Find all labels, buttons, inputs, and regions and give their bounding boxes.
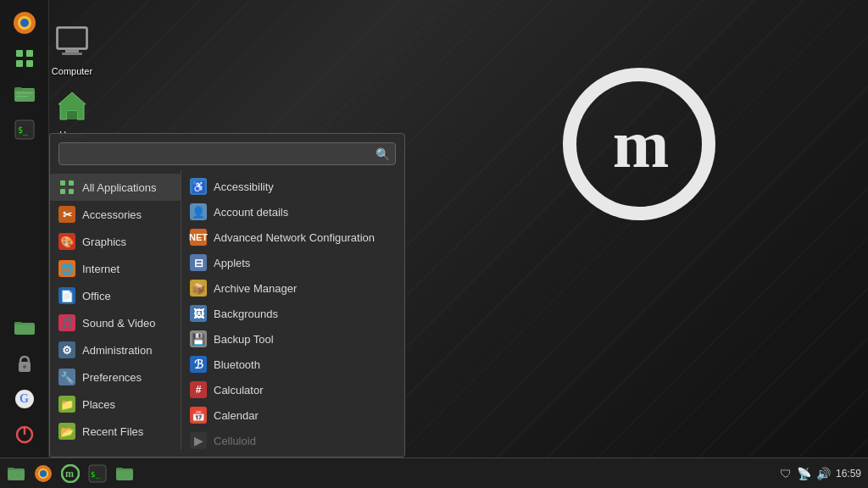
category-places-icon: 📁 — [58, 396, 75, 413]
category-admin-icon: ⚙ — [58, 341, 75, 358]
category-recent-label: Recent Files — [82, 425, 143, 438]
app-network[interactable]: NET Advanced Network Configuration — [181, 225, 404, 250]
menu-categories: All Applications ✂ Accessories 🎨 Graphic… — [50, 170, 181, 450]
taskbar: m $_ 🛡 📡 🔊 16:59 — [0, 458, 868, 488]
menu-apps-list: ♿ Accessibility 👤 Account details NET Ad… — [181, 170, 404, 450]
category-sound[interactable]: 🎵 Sound & Video — [50, 309, 181, 336]
menu-body: All Applications ✂ Accessories 🎨 Graphic… — [50, 170, 404, 450]
taskbar-files[interactable] — [3, 462, 29, 485]
shield-icon: 🛡 — [780, 467, 792, 480]
category-all-icon — [58, 179, 75, 196]
category-places[interactable]: 📁 Places — [50, 391, 181, 418]
app-calendar-label: Calendar — [214, 409, 259, 422]
svg-rect-10 — [16, 60, 23, 67]
app-accessibility-icon: ♿ — [190, 178, 207, 195]
taskbar-mintmenu[interactable]: m — [58, 462, 83, 485]
category-recent[interactable]: 📂 Recent Files — [50, 418, 181, 445]
sidebar-icon-lock[interactable] — [8, 347, 41, 380]
home-icon — [52, 86, 92, 126]
app-bluetooth[interactable]: ℬ Bluetooth — [181, 352, 404, 377]
svg-rect-3 — [62, 53, 82, 55]
taskbar-firefox[interactable] — [31, 462, 56, 485]
category-all-label: All Applications — [82, 181, 156, 194]
search-icon: 🔍 — [376, 147, 390, 161]
app-archive[interactable]: 📦 Archive Manager — [181, 275, 404, 301]
app-backgrounds[interactable]: 🖼 Backgrounds — [181, 301, 404, 326]
taskbar-folder[interactable] — [112, 462, 137, 485]
category-internet-label: Internet — [82, 263, 120, 275]
category-all[interactable]: All Applications — [50, 174, 181, 201]
category-internet[interactable]: 🌐 Internet — [50, 255, 181, 282]
svg-rect-28 — [8, 469, 25, 480]
taskbar-sys-icons: 🛡 📡 🔊 — [780, 467, 831, 480]
svg-rect-27 — [69, 189, 74, 194]
svg-rect-26 — [60, 189, 65, 194]
mint-logo: m — [563, 68, 715, 220]
app-calculator-label: Calculator — [214, 384, 264, 396]
app-account[interactable]: 👤 Account details — [181, 199, 404, 225]
svg-rect-14 — [16, 96, 28, 97]
svg-rect-24 — [60, 180, 65, 186]
category-sound-icon: 🎵 — [58, 314, 75, 331]
sidebar-icon-files[interactable] — [8, 78, 41, 110]
app-accessibility-label: Accessibility — [214, 180, 274, 193]
app-celluloid-icon: ▶ — [190, 432, 207, 449]
sidebar-icon-terminal[interactable]: $_ — [8, 114, 41, 146]
svg-rect-17 — [14, 323, 35, 335]
app-bluetooth-icon: ℬ — [190, 356, 207, 373]
app-applets-label: Applets — [214, 257, 250, 269]
taskbar-right: 🛡 📡 🔊 16:59 — [773, 467, 868, 480]
app-backgrounds-label: Backgrounds — [214, 308, 278, 320]
svg-rect-25 — [69, 180, 74, 186]
app-calendar[interactable]: 📅 Calendar — [181, 402, 404, 428]
app-backup-label: Backup Tool — [214, 333, 274, 346]
app-archive-icon: 📦 — [190, 280, 207, 297]
app-menu: 🔍 All Applications — [49, 133, 405, 458]
svg-text:m: m — [65, 468, 74, 480]
app-applets[interactable]: ⊟ Applets — [181, 250, 404, 275]
svg-rect-13 — [16, 92, 33, 94]
app-backup[interactable]: 💾 Backup Tool — [181, 326, 404, 352]
svg-rect-1 — [58, 29, 86, 47]
category-office-label: Office — [82, 290, 111, 302]
desktop: m Computer Home — [0, 0, 868, 488]
category-graphics-label: Graphics — [82, 236, 126, 248]
sidebar-icon-apps[interactable] — [8, 42, 41, 75]
search-wrapper[interactable]: 🔍 — [58, 142, 396, 165]
app-network-label: Advanced Network Configuration — [214, 231, 375, 244]
sidebar-icon-google[interactable]: G — [8, 383, 41, 415]
sidebar-icon-firefox[interactable] — [8, 7, 41, 39]
network-icon: 📡 — [797, 467, 811, 480]
menu-search-area: 🔍 — [50, 134, 404, 170]
category-places-label: Places — [82, 398, 115, 411]
category-graphics[interactable]: 🎨 Graphics — [50, 228, 181, 255]
category-office[interactable]: 📄 Office — [50, 282, 181, 309]
svg-point-19 — [23, 365, 26, 369]
sidebar-icon-power[interactable] — [8, 419, 41, 451]
svg-rect-11 — [26, 60, 33, 67]
category-internet-icon: 🌐 — [58, 260, 75, 277]
app-accessibility[interactable]: ♿ Accessibility — [181, 174, 404, 199]
app-calendar-icon: 📅 — [190, 407, 207, 424]
svg-text:$_: $_ — [91, 470, 100, 479]
taskbar-terminal[interactable]: $_ — [85, 462, 110, 485]
svg-rect-2 — [65, 49, 79, 53]
category-recent-icon: 📂 — [58, 423, 75, 440]
app-celluloid-label: Celluloid — [214, 435, 256, 447]
svg-rect-4 — [67, 111, 77, 119]
svg-point-7 — [20, 19, 29, 27]
search-input[interactable] — [64, 146, 376, 162]
category-accessories[interactable]: ✂ Accessories — [50, 201, 181, 228]
category-accessories-icon: ✂ — [58, 206, 75, 223]
category-prefs-icon: 🔧 — [58, 369, 75, 385]
app-calculator[interactable]: # Calculator — [181, 377, 404, 402]
sidebar-icon-folder[interactable] — [8, 312, 41, 344]
app-calculator-icon: # — [190, 381, 207, 398]
app-celluloid: ▶ Celluloid — [181, 428, 404, 450]
app-backup-icon: 💾 — [190, 330, 207, 347]
category-prefs[interactable]: 🔧 Preferences — [50, 363, 181, 391]
app-account-icon: 👤 — [190, 203, 207, 220]
svg-text:G: G — [19, 392, 29, 405]
category-admin[interactable]: ⚙ Administration — [50, 336, 181, 363]
volume-icon: 🔊 — [816, 467, 831, 480]
